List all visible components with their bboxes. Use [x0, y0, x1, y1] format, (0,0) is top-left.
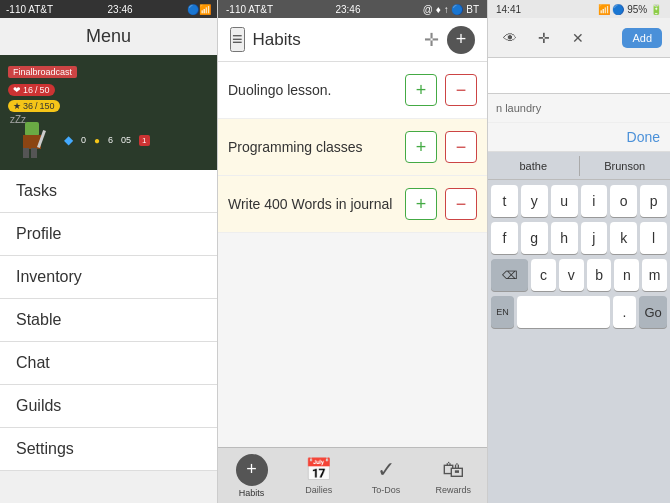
input-area: [488, 58, 670, 94]
autocomplete-bathe[interactable]: bathe: [488, 156, 580, 176]
dailies-tab-icon: 📅: [305, 457, 332, 483]
menu-title: Menu: [0, 18, 217, 55]
habit-text-2: Write 400 Words in journal: [228, 195, 397, 213]
habits-header: ≡ Habits ✛ +: [218, 18, 487, 62]
autocomplete-bar: bathe Brunson: [488, 152, 670, 180]
key-go[interactable]: Go: [639, 296, 667, 328]
close-button[interactable]: ✕: [564, 24, 592, 52]
key-o[interactable]: o: [610, 185, 637, 217]
habit-text-0: Duolingo lesson.: [228, 81, 397, 99]
key-p[interactable]: p: [640, 185, 667, 217]
habit-item-0: Duolingo lesson. + −: [218, 62, 487, 119]
key-row-1: t y u i o p: [491, 185, 667, 217]
tab-dailies[interactable]: 📅 Dailies: [285, 448, 352, 503]
battery-right: 📶 🔵 95% 🔋: [598, 4, 662, 15]
menu-item-profile[interactable]: Profile: [0, 213, 217, 256]
pixel-character: [16, 122, 48, 158]
status-bar-left: -110 AT&T 23:46 🔵📶: [0, 0, 217, 18]
key-row-4: EN . Go: [491, 296, 667, 328]
rewards-tab-label: Rewards: [436, 485, 472, 495]
char-legs-right: [31, 148, 37, 158]
rewards-tab-icon: 🛍: [442, 457, 464, 483]
habit-text-1: Programming classes: [228, 138, 397, 156]
done-button[interactable]: Done: [627, 129, 660, 145]
key-j[interactable]: j: [581, 222, 608, 254]
keyboard-area: t y u i o p f g h j k l ⌫ c v b n m EN .…: [488, 180, 670, 483]
habit-item-2: Write 400 Words in journal + −: [218, 176, 487, 233]
move-icon[interactable]: ✛: [424, 29, 439, 51]
key-u[interactable]: u: [551, 185, 578, 217]
tab-rewards[interactable]: 🛍 Rewards: [420, 448, 487, 503]
char-legs-left: [23, 148, 29, 158]
eye-button[interactable]: 👁: [496, 24, 524, 52]
dailies-tab-label: Dailies: [305, 485, 332, 495]
tab-habits[interactable]: + Habits: [218, 448, 285, 503]
add-habit-button[interactable]: +: [447, 26, 475, 54]
menu-item-stable[interactable]: Stable: [0, 299, 217, 342]
key-row-3: ⌫ c v b n m: [491, 259, 667, 291]
add-button-right[interactable]: Add: [622, 28, 662, 48]
laundry-text: n laundry: [488, 94, 670, 123]
key-g[interactable]: g: [521, 222, 548, 254]
stats-row: ❤ 16 / 50: [8, 84, 209, 96]
key-n[interactable]: n: [614, 259, 639, 291]
menu-item-guilds[interactable]: Guilds: [0, 385, 217, 428]
key-delete[interactable]: ⌫: [491, 259, 528, 291]
xp-row: ★ 36 / 150: [8, 100, 209, 112]
menu-item-settings[interactable]: Settings: [0, 428, 217, 471]
menu-items-list: Tasks Profile Inventory Stable Chat Guil…: [0, 170, 217, 503]
done-bar: Done: [488, 123, 670, 152]
hamburger-button[interactable]: ≡: [230, 27, 245, 52]
key-space[interactable]: [517, 296, 610, 328]
habits-list: Duolingo lesson. + − Programming classes…: [218, 62, 487, 447]
right-panel: 14:41 📶 🔵 95% 🔋 👁 ✛ ✕ Add n laundry Done…: [488, 0, 670, 503]
habit-plus-0[interactable]: +: [405, 74, 437, 106]
habits-title: Habits: [253, 30, 416, 50]
icons-mid: @ ♦ ↑ 🔵 BT: [423, 4, 479, 15]
habit-item-1: Programming classes + −: [218, 119, 487, 176]
bottom-bar: [488, 483, 670, 503]
gold-val: 6: [108, 135, 113, 145]
habit-plus-1[interactable]: +: [405, 131, 437, 163]
broadcast-tag: Finalbroadcast: [8, 61, 209, 80]
habits-footer: + Habits 📅 Dailies ✓ To-Dos 🛍 Rewards: [218, 447, 487, 503]
key-m[interactable]: m: [642, 259, 667, 291]
menu-item-tasks[interactable]: Tasks: [0, 170, 217, 213]
key-v[interactable]: v: [559, 259, 584, 291]
key-i[interactable]: i: [581, 185, 608, 217]
key-c[interactable]: c: [531, 259, 556, 291]
key-l[interactable]: l: [640, 222, 667, 254]
tab-todos[interactable]: ✓ To-Dos: [353, 448, 420, 503]
key-f[interactable]: f: [491, 222, 518, 254]
xp-stat: ★ 36 / 150: [8, 100, 60, 112]
time-left: 23:46: [108, 4, 133, 15]
habit-plus-2[interactable]: +: [405, 188, 437, 220]
badge: 1: [139, 135, 149, 146]
key-b[interactable]: b: [587, 259, 612, 291]
todos-tab-icon: ✓: [377, 457, 395, 483]
key-t[interactable]: t: [491, 185, 518, 217]
move-button[interactable]: ✛: [530, 24, 558, 52]
habit-minus-1[interactable]: −: [445, 131, 477, 163]
key-h[interactable]: h: [551, 222, 578, 254]
char-head: [25, 122, 39, 136]
key-lang[interactable]: EN: [491, 296, 514, 328]
todos-tab-label: To-Dos: [372, 485, 401, 495]
habit-minus-2[interactable]: −: [445, 188, 477, 220]
menu-item-inventory[interactable]: Inventory: [0, 256, 217, 299]
time-right: 14:41: [496, 4, 521, 15]
habit-minus-0[interactable]: −: [445, 74, 477, 106]
diamond-icon: ◆: [64, 133, 73, 147]
carrier-left: -110 AT&T: [6, 4, 53, 15]
key-k[interactable]: k: [610, 222, 637, 254]
key-period[interactable]: .: [613, 296, 636, 328]
habits-tab-icon: +: [236, 454, 268, 486]
key-y[interactable]: y: [521, 185, 548, 217]
autocomplete-brunson[interactable]: Brunson: [580, 156, 671, 176]
menu-item-chat[interactable]: Chat: [0, 342, 217, 385]
character-row: zZz ◆ 0 ● 6 05 1: [8, 116, 209, 164]
carrier-mid: -110 AT&T: [226, 4, 273, 15]
diamond-val: 0: [81, 135, 86, 145]
right-toolbar: 👁 ✛ ✕ Add: [488, 18, 670, 58]
character-sprite: zZz: [8, 116, 56, 164]
